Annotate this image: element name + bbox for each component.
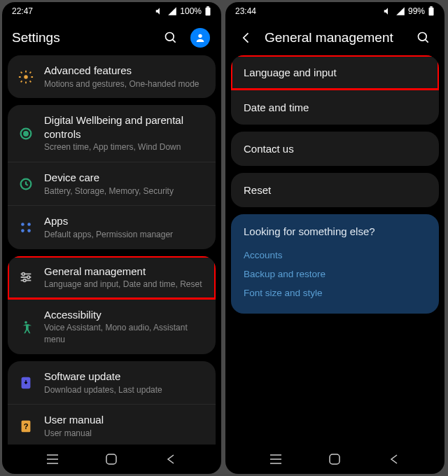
gm-item[interactable]: Contact us	[231, 132, 439, 166]
item-subtitle: Screen time, App timers, Wind Down	[44, 141, 206, 153]
item-text: Device care Battery, Storage, Memory, Se…	[44, 171, 206, 197]
battery-pct: 100%	[180, 6, 202, 16]
status-icons: 99%	[383, 6, 435, 16]
item-subtitle: Default apps, Permission manager	[44, 229, 206, 241]
item-title: Advanced features	[44, 64, 206, 78]
suggestions-card: Looking for something else?AccountsBacku…	[231, 214, 439, 314]
mute-icon	[383, 6, 393, 16]
gm-item[interactable]: Language and input	[231, 55, 439, 90]
svg-line-3	[173, 40, 176, 43]
item-subtitle: Battery, Storage, Memory, Security	[44, 186, 206, 197]
status-icons: 100%	[155, 6, 211, 16]
phone-settings: 22:47 100% Settings Advanced features Mo…	[2, 2, 221, 474]
status-time: 22:47	[12, 6, 33, 16]
apps-icon	[18, 219, 34, 236]
account-button[interactable]	[189, 27, 211, 49]
item-subtitle: Motions and gestures, One-handed mode	[44, 78, 206, 90]
svg-rect-28	[106, 454, 116, 464]
item-title: Software update	[44, 370, 206, 384]
svg-point-10	[27, 223, 31, 226]
item-title: General management	[44, 265, 206, 279]
gm-item[interactable]: Reset	[231, 173, 439, 207]
nav-home[interactable]	[94, 449, 129, 470]
svg-point-17	[27, 276, 30, 279]
svg-rect-36	[330, 454, 340, 464]
chevron-left-icon	[239, 31, 253, 45]
settings-group: Digital Wellbeing and parental controls …	[8, 105, 216, 248]
gm-group: Contact us	[231, 132, 439, 166]
settings-list[interactable]: Advanced features Motions and gestures, …	[2, 55, 221, 444]
search-icon	[416, 31, 430, 45]
svg-rect-1	[206, 6, 209, 8]
devicecare-icon	[18, 176, 34, 192]
status-bar: 23:44 99%	[225, 2, 444, 20]
header: Settings	[2, 20, 221, 55]
svg-point-9	[21, 223, 24, 226]
page-title: Settings	[12, 30, 153, 46]
item-text: User manual User manual	[44, 413, 206, 439]
nav-back[interactable]	[153, 449, 188, 470]
suggestion-link[interactable]: Backup and restore	[244, 265, 426, 284]
status-bar: 22:47 100%	[2, 2, 221, 20]
nav-back[interactable]	[377, 449, 412, 470]
back-button[interactable]	[235, 27, 258, 49]
settings-item-general[interactable]: General management Language and input, D…	[8, 256, 216, 299]
settings-item-apps[interactable]: Apps Default apps, Permission manager	[8, 205, 216, 248]
nav-recents[interactable]	[35, 449, 70, 470]
settings-group: General management Language and input, D…	[8, 256, 216, 354]
signal-icon	[396, 6, 405, 16]
suggestion-link[interactable]: Font size and style	[244, 284, 426, 302]
item-text: Advanced features Motions and gestures, …	[44, 64, 206, 90]
item-text: Accessibility Voice Assistant, Mono audi…	[44, 308, 206, 346]
item-title: Accessibility	[44, 308, 206, 322]
suggestions-title: Looking for something else?	[244, 225, 426, 237]
item-text: Apps Default apps, Permission manager	[44, 214, 206, 240]
battery-pct: 99%	[408, 6, 425, 16]
svg-point-4	[198, 34, 202, 38]
svg-point-19	[24, 321, 27, 324]
mute-icon	[155, 6, 164, 16]
svg-point-11	[21, 229, 24, 232]
gm-group: Language and inputDate and time	[231, 55, 439, 125]
suggestion-link[interactable]: Accounts	[244, 246, 426, 265]
gm-list[interactable]: Language and inputDate and timeContact u…	[225, 55, 444, 444]
gm-item[interactable]: Date and time	[231, 90, 439, 125]
svg-line-32	[426, 40, 428, 43]
svg-rect-29	[429, 8, 434, 15]
header: General management	[225, 20, 444, 55]
update-icon	[18, 374, 34, 391]
accessibility-icon	[18, 318, 34, 335]
svg-text:?: ?	[24, 422, 29, 430]
phone-general-management: 23:44 99% General management Language an…	[225, 2, 444, 474]
svg-rect-30	[430, 6, 433, 8]
settings-item-devicecare[interactable]: Device care Battery, Storage, Memory, Se…	[8, 162, 216, 205]
battery-icon	[428, 6, 435, 16]
nav-bar	[2, 444, 221, 474]
svg-rect-0	[206, 8, 211, 15]
manual-icon: ?	[18, 418, 34, 435]
svg-point-18	[23, 279, 26, 282]
item-subtitle: Language and input, Date and time, Reset	[44, 279, 206, 290]
svg-point-16	[22, 273, 25, 276]
item-text: Digital Wellbeing and parental controls …	[44, 113, 206, 153]
svg-point-12	[27, 229, 31, 232]
settings-item-manual[interactable]: ? User manual User manual	[8, 404, 216, 444]
svg-point-5	[24, 75, 28, 79]
nav-recents[interactable]	[258, 449, 293, 470]
item-title: Device care	[44, 171, 206, 185]
advanced-icon	[18, 69, 34, 85]
search-button[interactable]	[160, 27, 182, 49]
item-text: General management Language and input, D…	[44, 265, 206, 290]
settings-item-advanced[interactable]: Advanced features Motions and gestures, …	[8, 55, 216, 98]
settings-item-accessibility[interactable]: Accessibility Voice Assistant, Mono audi…	[8, 299, 216, 354]
person-icon	[195, 32, 206, 43]
nav-home[interactable]	[317, 449, 352, 470]
svg-point-2	[166, 33, 174, 41]
search-button[interactable]	[412, 27, 435, 49]
gm-group: Reset	[231, 173, 439, 207]
settings-item-update[interactable]: Software update Download updates, Last u…	[8, 361, 216, 404]
svg-point-31	[419, 33, 427, 41]
signal-icon	[167, 6, 177, 16]
item-text: Software update Download updates, Last u…	[44, 370, 206, 396]
settings-item-wellbeing[interactable]: Digital Wellbeing and parental controls …	[8, 105, 216, 162]
